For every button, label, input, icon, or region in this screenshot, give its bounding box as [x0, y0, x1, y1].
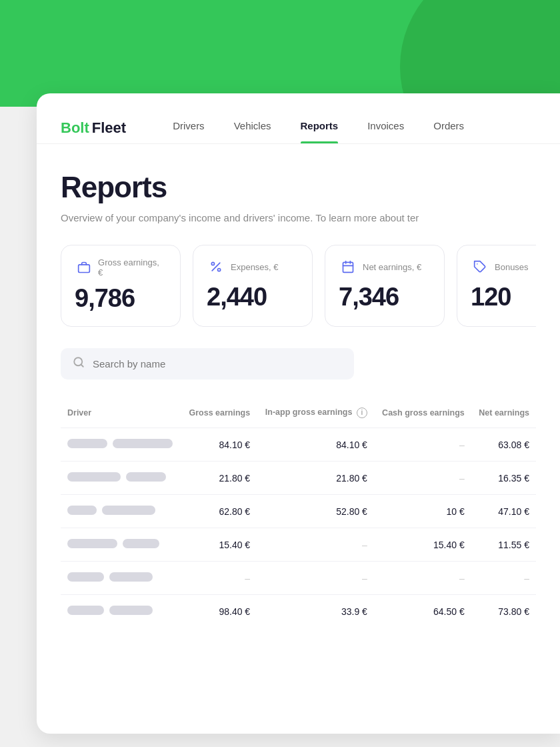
stat-card-expenses: Expenses, € 2,440 — [193, 245, 313, 327]
cash-cell: – — [374, 462, 471, 495]
driver-cell — [61, 428, 181, 462]
table-row: –––– — [61, 562, 536, 595]
logo[interactable]: Bolt Fleet — [61, 119, 126, 137]
inapp-cell: 52.80 € — [257, 495, 374, 528]
driver-name-blurred — [67, 539, 159, 548]
inapp-cell: – — [257, 562, 374, 595]
stat-label-net: Net earnings, € — [363, 262, 421, 272]
gross-cell: 84.10 € — [181, 428, 257, 462]
page-description: Overview of your company's income and dr… — [61, 212, 527, 223]
svg-line-1 — [212, 263, 220, 271]
driver-name-blurred — [67, 506, 155, 515]
driver-name-pill-2 — [102, 506, 155, 515]
driver-cell — [61, 528, 181, 562]
table-row: 98.40 €33.9 €64.50 €73.80 € — [61, 595, 536, 628]
col-cash: Cash gross earnings — [374, 401, 471, 428]
stat-value-gross: 9,786 — [75, 284, 164, 313]
col-net: Net earnings — [471, 401, 536, 428]
driver-name-blurred — [67, 439, 173, 448]
gross-cell: 62.80 € — [181, 495, 257, 528]
nav-item-orders[interactable]: Orders — [419, 112, 479, 143]
table-row: 62.80 €52.80 €10 €47.10 € — [61, 495, 536, 528]
net-cell: 47.10 € — [471, 495, 536, 528]
cash-cell: 10 € — [374, 495, 471, 528]
tag-icon — [471, 257, 489, 276]
stat-card-bonuses: Bonuses 120 — [457, 245, 536, 327]
search-bar[interactable] — [61, 348, 354, 380]
net-cell: 63.08 € — [471, 428, 536, 462]
percent-icon — [207, 257, 225, 276]
search-icon — [73, 356, 85, 371]
driver-name-pill-1 — [67, 572, 104, 582]
nav-item-reports[interactable]: Reports — [286, 112, 353, 143]
net-cell: – — [471, 562, 536, 595]
stat-card-net: Net earnings, € 7,346 — [325, 245, 445, 327]
driver-name-blurred — [67, 606, 153, 615]
page-title: Reports — [61, 171, 536, 204]
driver-name-pill-1 — [67, 606, 104, 615]
driver-name-pill-2 — [126, 472, 166, 482]
net-cell: 16.35 € — [471, 462, 536, 495]
navigation: Bolt Fleet Drivers Vehicles Reports Invo… — [37, 93, 560, 144]
driver-cell — [61, 495, 181, 528]
stats-row: Gross earnings, € 9,786 Expenses, € 2,44… — [61, 245, 536, 327]
calendar-icon — [339, 257, 357, 276]
inapp-cell: – — [257, 528, 374, 562]
briefcase-icon — [75, 258, 93, 277]
cash-cell: 15.40 € — [374, 528, 471, 562]
driver-name-pill-1 — [67, 439, 107, 448]
driver-name-pill-2 — [109, 572, 153, 582]
driver-name-pill-1 — [67, 539, 117, 548]
stat-label-bonuses: Bonuses — [495, 262, 529, 272]
inapp-info-icon[interactable]: i — [357, 408, 367, 418]
svg-rect-0 — [78, 265, 89, 273]
table-row: 15.40 €–15.40 €11.55 € — [61, 528, 536, 562]
search-input[interactable] — [93, 358, 342, 369]
nav-item-drivers[interactable]: Drivers — [158, 112, 219, 143]
driver-name-pill-1 — [67, 506, 97, 515]
driver-cell — [61, 462, 181, 495]
driver-cell — [61, 562, 181, 595]
net-cell: 73.80 € — [471, 595, 536, 628]
driver-name-blurred — [67, 472, 166, 482]
inapp-cell: 84.10 € — [257, 428, 374, 462]
svg-point-3 — [218, 269, 221, 271]
main-card: Bolt Fleet Drivers Vehicles Reports Invo… — [37, 93, 560, 734]
gross-cell: 98.40 € — [181, 595, 257, 628]
col-driver: Driver — [61, 401, 181, 428]
driver-name-pill-2 — [109, 606, 153, 615]
nav-item-vehicles[interactable]: Vehicles — [219, 112, 286, 143]
logo-bolt: Bolt — [61, 119, 89, 137]
stat-value-bonuses: 120 — [471, 283, 536, 311]
cash-cell: 64.50 € — [374, 595, 471, 628]
col-gross: Gross earnings — [181, 401, 257, 428]
svg-line-10 — [81, 364, 83, 366]
inapp-cell: 21.80 € — [257, 462, 374, 495]
table-row: 84.10 €84.10 €–63.08 € — [61, 428, 536, 462]
stat-value-expenses: 2,440 — [207, 283, 296, 311]
inapp-cell: 33.9 € — [257, 595, 374, 628]
cash-cell: – — [374, 428, 471, 462]
col-inapp: In-app gross earnings i — [257, 401, 374, 428]
gross-cell: 21.80 € — [181, 462, 257, 495]
stat-card-gross: Gross earnings, € 9,786 — [61, 245, 181, 327]
nav-item-invoices[interactable]: Invoices — [353, 112, 419, 143]
svg-rect-4 — [343, 262, 353, 272]
driver-name-pill-2 — [123, 539, 159, 548]
nav-items: Drivers Vehicles Reports Invoices Orders — [158, 112, 479, 143]
table-row: 21.80 €21.80 €–16.35 € — [61, 462, 536, 495]
cash-cell: – — [374, 562, 471, 595]
stat-label-gross: Gross earnings, € — [98, 257, 164, 277]
page-content: Reports Overview of your company's incom… — [37, 144, 560, 652]
stat-value-net: 7,346 — [339, 283, 428, 311]
drivers-table: Driver Gross earnings In-app gross earni… — [61, 401, 536, 628]
driver-name-blurred — [67, 572, 153, 582]
driver-name-pill-2 — [113, 439, 173, 448]
stat-label-expenses: Expenses, € — [231, 262, 279, 272]
driver-cell — [61, 595, 181, 628]
logo-fleet: Fleet — [92, 119, 126, 137]
gross-cell: 15.40 € — [181, 528, 257, 562]
driver-name-pill-1 — [67, 472, 121, 482]
gross-cell: – — [181, 562, 257, 595]
svg-point-2 — [211, 262, 214, 265]
